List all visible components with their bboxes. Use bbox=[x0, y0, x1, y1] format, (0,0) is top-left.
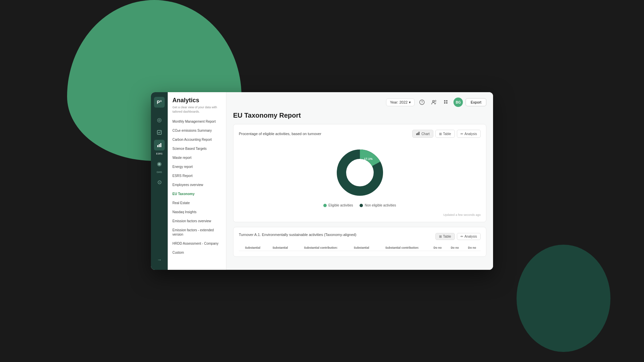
donut-chart: 17.1% 82.9% bbox=[333, 146, 387, 199]
nav-panel: Analytics Get a clear view of your data … bbox=[168, 92, 226, 270]
nav-item-co2[interactable]: CO₂e emissions Summary bbox=[168, 126, 226, 135]
nav-item-real-estate[interactable]: Real Estate bbox=[168, 198, 226, 207]
sidebar-icon-esrs[interactable]: ◉ bbox=[154, 158, 165, 169]
col-header-6: Do no bbox=[429, 245, 446, 251]
nav-item-nasdaq[interactable]: Nasdaq Insights bbox=[168, 207, 226, 217]
nav-item-esrs[interactable]: ESRS Report bbox=[168, 171, 226, 180]
table-tab-label: Table bbox=[443, 235, 451, 238]
people-icon-btn[interactable] bbox=[429, 98, 439, 107]
nav-item-custom[interactable]: Custom bbox=[168, 248, 226, 257]
sidebar-icon-chart[interactable] bbox=[154, 140, 165, 150]
chart-tab-table-icon: ⊞ bbox=[439, 132, 442, 136]
legend-label-non-eligible: Non eligible activities bbox=[365, 203, 396, 207]
col-header-1: Substantial bbox=[239, 245, 266, 251]
analytics-subtitle: Get a clear view of your data with tailo… bbox=[172, 105, 221, 114]
chart-card-actions: Chart ⊞ Table ✏ Analysis bbox=[412, 130, 481, 138]
table-analysis-icon: ✏ bbox=[461, 235, 463, 238]
ghg-label: GHG bbox=[157, 171, 162, 173]
nav-item-carbon[interactable]: Carbon Accounting Report bbox=[168, 135, 226, 144]
col-header-3: Substantial contribution: bbox=[294, 245, 347, 251]
nav-item-energy[interactable]: Energy report bbox=[168, 162, 226, 171]
sidebar-icon-analytics[interactable]: ◎ bbox=[154, 114, 165, 125]
table-tab-icon: ⊞ bbox=[439, 235, 442, 238]
svg-rect-13 bbox=[418, 133, 419, 135]
donut-chart-container: 17.1% 82.9% Eligible activities Non elig… bbox=[239, 142, 481, 210]
svg-rect-3 bbox=[160, 143, 161, 147]
chart-tab-analysis-icon: ✏ bbox=[461, 132, 463, 136]
table-tab-analysis[interactable]: ✏ Analysis bbox=[457, 233, 481, 240]
chart-legend: Eligible activities Non eligible activit… bbox=[323, 203, 396, 207]
export-button[interactable]: Export bbox=[466, 98, 486, 106]
year-dropdown-icon: ▾ bbox=[409, 100, 411, 105]
svg-text:82.9%: 82.9% bbox=[355, 180, 364, 184]
chart-card-header: Procentage of eligible activities, based… bbox=[239, 130, 481, 138]
svg-rect-1 bbox=[157, 145, 158, 147]
chart-tab-table-label: Table bbox=[443, 132, 451, 136]
legend-item-non-eligible: Non eligible activities bbox=[360, 203, 396, 207]
svg-point-17 bbox=[350, 163, 370, 183]
chart-card-footer: Updated a few seconds ago bbox=[239, 213, 481, 217]
analytics-title: Analytics bbox=[172, 97, 221, 104]
sidebar: P° ◎ ESRS ◉ GHG ⊙ → bbox=[151, 92, 168, 270]
legend-item-eligible: Eligible activities bbox=[323, 203, 353, 207]
nav-item-emission-extended[interactable]: Emission factors - extended version bbox=[168, 226, 226, 239]
table-card-actions: ⊞ Table ✏ Analysis bbox=[435, 233, 481, 240]
sidebar-logo[interactable]: P° bbox=[154, 97, 165, 108]
svg-rect-2 bbox=[159, 144, 160, 147]
top-bar: Year: 2022 ▾ ? bbox=[233, 98, 486, 107]
svg-rect-12 bbox=[416, 133, 417, 135]
legend-dot-non-eligible bbox=[360, 204, 363, 207]
nav-item-eu-taxonomy[interactable]: EU Taxonomy bbox=[168, 189, 226, 198]
table-card: Turnover A.1. Environmentally sustainabl… bbox=[233, 227, 486, 257]
main-content: Year: 2022 ▾ ? bbox=[226, 92, 493, 270]
svg-rect-9 bbox=[446, 100, 447, 102]
chart-tab-analysis-label: Analysis bbox=[465, 132, 477, 136]
svg-rect-10 bbox=[444, 102, 445, 104]
svg-rect-11 bbox=[446, 102, 447, 104]
nav-item-employees[interactable]: Employees overview bbox=[168, 180, 226, 189]
sidebar-collapse-btn[interactable]: → bbox=[154, 254, 165, 265]
taxonomy-table: Substantial Substantial Substantial cont… bbox=[239, 245, 481, 251]
grid-icon-btn[interactable] bbox=[441, 98, 451, 107]
nav-item-science[interactable]: Science Based Targets bbox=[168, 144, 226, 153]
svg-rect-14 bbox=[419, 132, 420, 135]
col-header-2: Substantial bbox=[266, 245, 294, 251]
chart-tab-chart[interactable]: Chart bbox=[412, 130, 433, 138]
sidebar-icon-checklist[interactable] bbox=[154, 127, 165, 138]
svg-point-7 bbox=[435, 100, 436, 102]
legend-label-eligible: Eligible activities bbox=[328, 203, 353, 207]
table-card-header: Turnover A.1. Environmentally sustainabl… bbox=[239, 233, 481, 240]
col-header-5: Substantial contribution: bbox=[375, 245, 429, 251]
table-tab-table[interactable]: ⊞ Table bbox=[435, 233, 455, 240]
col-header-4: Substantial bbox=[348, 245, 375, 251]
bg-shape-bottom bbox=[517, 245, 610, 352]
col-header-8: Do no bbox=[464, 245, 481, 251]
col-header-7: Do no bbox=[446, 245, 463, 251]
chart-card: Procentage of eligible activities, based… bbox=[233, 124, 486, 222]
user-avatar[interactable]: BG bbox=[453, 98, 463, 107]
year-label: Year: 2022 bbox=[390, 100, 408, 104]
legend-dot-eligible bbox=[323, 204, 327, 207]
page-title-row: EU Taxonomy Report bbox=[233, 112, 486, 119]
chart-tab-chart-label: Chart bbox=[421, 132, 429, 136]
nav-item-hrdd[interactable]: HRDD Assessment - Company bbox=[168, 239, 226, 248]
table-analysis-label: Analysis bbox=[465, 235, 477, 238]
svg-rect-8 bbox=[444, 100, 445, 102]
year-selector[interactable]: Year: 2022 ▾ bbox=[386, 99, 415, 106]
svg-text:?: ? bbox=[421, 101, 423, 104]
esrs-label: ESRS bbox=[156, 153, 162, 155]
nav-item-emission-overview[interactable]: Emission factors overview bbox=[168, 217, 226, 226]
chart-card-title: Procentage of eligible activities, based… bbox=[239, 132, 321, 136]
chart-tab-chart-icon bbox=[416, 131, 420, 136]
nav-item-waste[interactable]: Waste report bbox=[168, 153, 226, 162]
app-window: P° ◎ ESRS ◉ GHG ⊙ → Analytics Get a clea… bbox=[151, 92, 493, 270]
svg-text:17.1%: 17.1% bbox=[364, 157, 373, 161]
page-title: EU Taxonomy Report bbox=[233, 112, 301, 119]
chart-tab-analysis[interactable]: ✏ Analysis bbox=[457, 130, 481, 138]
help-icon-btn[interactable]: ? bbox=[417, 98, 427, 107]
chart-tab-table[interactable]: ⊞ Table bbox=[435, 130, 455, 138]
analytics-header: Analytics Get a clear view of your data … bbox=[168, 97, 226, 117]
nav-item-monthly-mgmt[interactable]: Monthly Management Report bbox=[168, 117, 226, 126]
sidebar-icon-ghg[interactable]: ⊙ bbox=[154, 177, 165, 187]
table-card-title: Turnover A.1. Environmentally sustainabl… bbox=[239, 233, 357, 237]
